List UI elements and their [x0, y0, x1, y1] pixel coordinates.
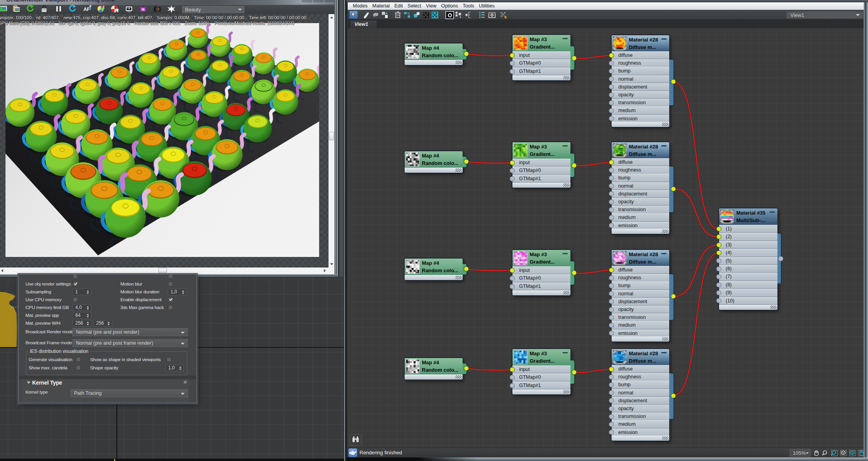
svg-text:AF: AF: [84, 7, 90, 12]
svg-text:O: O: [448, 12, 452, 18]
